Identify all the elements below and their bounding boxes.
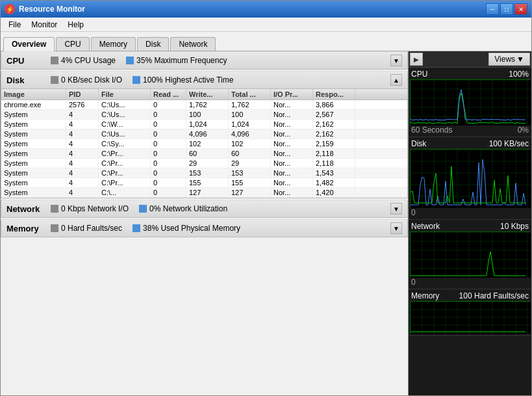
cpu-freq-icon	[126, 57, 134, 64]
table-cell: 0	[151, 120, 186, 129]
table-row[interactable]: System4C:\Sy...0102102Nor...2,159	[1, 139, 407, 149]
memory-chart-section: Memory 100 Hard Faults/sec	[409, 289, 531, 336]
table-cell: 4	[66, 159, 99, 168]
table-cell: System	[1, 120, 66, 129]
table-cell: 0	[151, 168, 186, 178]
table-row[interactable]: System4C:\Pr...02929Nor...2,118	[1, 159, 407, 168]
tab-disk[interactable]: Disk	[137, 37, 169, 51]
table-cell: 102	[186, 139, 229, 148]
table-cell: 0	[151, 159, 186, 168]
table-cell: 155	[229, 178, 271, 187]
memory-faults-label: 0 Hard Faults/sec	[61, 224, 122, 233]
table-cell: 29	[186, 159, 229, 168]
col-total: Total ...	[229, 89, 271, 99]
maximize-button[interactable]: □	[500, 3, 513, 15]
network-expand-button[interactable]: ▼	[390, 203, 402, 215]
cpu-expand-button[interactable]: ▼	[390, 55, 402, 66]
memory-title: Memory	[6, 224, 45, 233]
network-section-header[interactable]: Network 0 Kbps Network I/O 0% Network Ut…	[1, 200, 408, 218]
memory-section-header[interactable]: Memory 0 Hard Faults/sec 38% Used Physic…	[1, 219, 408, 237]
views-dropdown-icon: ▼	[516, 55, 524, 64]
cpu-usage-icon	[51, 57, 58, 64]
memory-chart-unit: 100 Hard Faults/sec	[459, 291, 529, 300]
disk-section-header[interactable]: Disk 0 KB/sec Disk I/O 100% Highest Acti…	[1, 71, 408, 89]
table-cell: 4,096	[229, 129, 271, 139]
col-image: Image	[1, 89, 66, 99]
network-title: Network	[6, 204, 45, 214]
panel-expand-arrow[interactable]: ▶	[410, 53, 423, 66]
window-title: Resource Monitor	[19, 5, 482, 14]
network-chart-label: Network 10 Kbps	[410, 221, 530, 231]
network-chart-title: Network	[411, 222, 440, 231]
network-io-icon	[51, 205, 58, 213]
network-io-label: 0 Kbps Network I/O	[61, 204, 129, 213]
table-cell: C:\Us...	[99, 100, 151, 109]
table-cell: 2,159	[313, 139, 355, 148]
disk-io-icon	[51, 76, 58, 84]
cpu-info: 4% CPU Usage 35% Maximum Frequency	[51, 56, 385, 65]
table-row[interactable]: System4C:\Us...0100100Nor...2,567	[1, 110, 407, 120]
table-cell: 0	[151, 110, 186, 119]
table-cell: 4	[66, 178, 99, 187]
network-util-info: 0% Network Utilization	[139, 204, 227, 213]
window-controls: ─ □ ✕	[486, 3, 527, 15]
table-cell: 1,024	[186, 120, 229, 129]
memory-faults-icon	[51, 224, 58, 232]
main-content: CPU 4% CPU Usage 35% Maximum Frequency ▼…	[1, 51, 531, 395]
disk-io-info: 0 KB/sec Disk I/O	[51, 75, 122, 85]
network-chart-section: Network 10 Kbps 0	[409, 220, 531, 289]
col-resp: Respo...	[313, 89, 355, 99]
tab-cpu[interactable]: CPU	[56, 37, 89, 51]
memory-faults-info: 0 Hard Faults/sec	[51, 224, 122, 233]
disk-expand-button[interactable]: ▲	[390, 74, 402, 86]
table-cell: 60	[186, 149, 229, 158]
table-row[interactable]: System4C:\Us...04,0964,096Nor...2,162	[1, 129, 407, 139]
minimize-button[interactable]: ─	[486, 3, 499, 15]
memory-used-info: 38% Used Physical Memory	[133, 224, 240, 233]
table-cell: System	[1, 178, 66, 187]
table-row[interactable]: System4C:\Pr...0153153Nor...1,543	[1, 168, 407, 178]
table-row[interactable]: System4C:\W...01,0241,024Nor...2,162	[1, 120, 407, 129]
cpu-title: CPU	[6, 56, 45, 66]
tab-network[interactable]: Network	[170, 37, 216, 51]
table-cell: 4	[66, 168, 99, 178]
table-cell: Nor...	[271, 159, 313, 168]
tab-memory[interactable]: Memory	[91, 37, 136, 51]
cpu-section-header[interactable]: CPU 4% CPU Usage 35% Maximum Frequency ▼	[1, 51, 408, 70]
table-cell: 100	[186, 110, 229, 119]
memory-expand-button[interactable]: ▼	[390, 222, 402, 234]
table-cell: 4	[66, 188, 99, 197]
menu-file[interactable]: File	[3, 19, 26, 31]
net-zero-right: 0	[411, 278, 416, 287]
table-cell: Nor...	[271, 188, 313, 197]
menu-monitor[interactable]: Monitor	[26, 19, 62, 31]
close-button[interactable]: ✕	[514, 3, 527, 15]
cpu-zero-label: 0%	[518, 125, 529, 135]
cpu-chart-title: CPU	[411, 70, 427, 79]
views-button[interactable]: Views ▼	[488, 53, 530, 66]
disk-active-icon	[133, 76, 140, 84]
table-cell: C:\W...	[99, 120, 151, 129]
table-row[interactable]: System4C:\Pr...06060Nor...2,118	[1, 149, 407, 159]
table-cell: 3,866	[313, 100, 355, 109]
tab-overview[interactable]: Overview	[3, 37, 55, 51]
network-io-info: 0 Kbps Network I/O	[51, 204, 129, 213]
col-iopri: I/O Pr...	[271, 89, 313, 99]
table-row[interactable]: System4C:\Pr...0155155Nor...1,482	[1, 178, 407, 188]
title-bar: ⚡ Resource Monitor ─ □ ✕	[1, 1, 531, 18]
table-cell: 60	[229, 149, 271, 158]
table-cell: 2,162	[313, 129, 355, 139]
disk-table: Image PID File Read ... Write... Total .…	[1, 89, 408, 198]
right-top-bar: ▶ Views ▼	[409, 51, 531, 68]
table-row[interactable]: chrome.exe2576C:\Us...01,7621,762Nor...3…	[1, 100, 407, 110]
table-cell: 153	[186, 168, 229, 178]
table-cell: 0	[151, 149, 186, 158]
menu-help[interactable]: Help	[62, 19, 89, 31]
table-row[interactable]: System4C:\...0127127Nor...1,420	[1, 188, 407, 198]
table-cell: C:\Pr...	[99, 168, 151, 178]
app-icon: ⚡	[5, 4, 15, 14]
cpu-freq-label: 35% Maximum Frequency	[136, 56, 227, 65]
network-chart	[410, 231, 530, 277]
disk-io-label: 0 KB/sec Disk I/O	[61, 75, 122, 85]
table-cell: Nor...	[271, 168, 313, 178]
